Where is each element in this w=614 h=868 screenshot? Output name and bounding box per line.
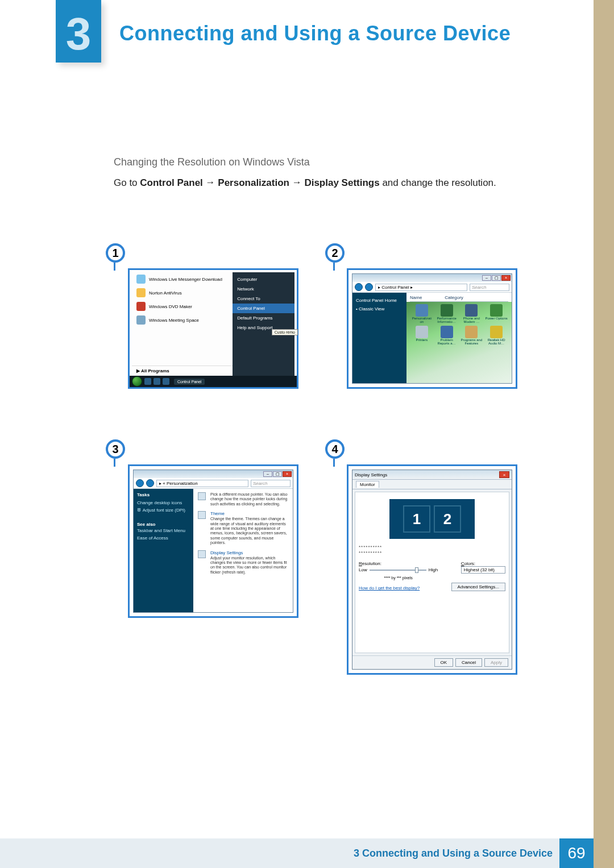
window-titlebar: – ▢ × [352,274,512,282]
resolution-slider[interactable]: Low High [359,567,438,572]
monitor-1[interactable]: 1 [403,505,430,533]
program-icon [136,302,146,311]
nav-forward-icon[interactable] [146,479,154,487]
arrow-icon: → [206,177,215,188]
program-item[interactable]: Windows Live Messenger Download [132,272,233,286]
option-title[interactable]: Display Settings [210,550,288,555]
page-number: 69 [559,838,594,868]
monitor-preview: 1 2 [389,499,475,539]
cp-icon [416,326,428,338]
search-input[interactable]: Search [251,480,291,487]
start-right-item[interactable]: Computer [233,275,294,284]
cancel-button[interactable]: Cancel [455,658,482,667]
maximize-button[interactable]: ▢ [492,275,501,281]
option-title[interactable]: Theme [210,511,288,516]
breadcrumb[interactable]: ▸ Control Panel ▸ [375,284,467,291]
cp-item[interactable]: Printers [410,326,434,345]
start-right-item[interactable]: Connect To [233,294,294,304]
arrow-icon: → [292,177,302,188]
step-number-2: 2 [325,243,345,263]
figure-personalization: – ▢ × ▸ « Personalization Search Tasks C… [128,464,298,618]
resolution-label: Resolution: [359,561,438,566]
nav-forward-icon[interactable] [365,283,373,291]
cp-icon [465,326,478,338]
start-right-item[interactable]: Default Programs [233,313,294,323]
figure-display-settings: Display Settings × Monitor 1 2 *********… [347,464,517,675]
nav-back-icon[interactable] [136,479,144,487]
figure-start-menu: Windows Live Messenger Download Norton A… [128,268,298,389]
advanced-settings-button[interactable]: Advanced Settings... [451,583,505,591]
figure-control-panel: – ▢ × ▸ Control Panel ▸ Search Control P… [347,268,517,389]
monitor-2[interactable]: 2 [434,505,461,533]
step-number-1: 1 [106,243,125,263]
cp-item[interactable]: Problem Reports a… [435,326,459,345]
chapter-title: Connecting and Using a Source Device [119,22,511,45]
maximize-button[interactable]: ▢ [273,471,282,477]
nav-back-icon[interactable] [355,283,363,291]
window-titlebar: – ▢ × [134,470,293,478]
resolution-value: **** by *** pixels [359,576,438,580]
program-icon [136,315,146,325]
taskbar-icon[interactable] [163,378,169,385]
cp-item[interactable]: Personalizati on [410,304,434,323]
taskbar-button[interactable]: Control Panel [174,379,205,385]
program-item[interactable]: Norton AntiVirus [132,286,233,300]
cp-icon [441,326,453,338]
slider-thumb-icon[interactable] [415,567,418,573]
colors-select[interactable]: Highest (32 bit) [461,566,505,574]
sidebar-link[interactable]: Ease of Access [137,534,190,542]
cp-item[interactable]: Power Options [484,304,508,323]
cp-icon [441,304,453,317]
minimize-button[interactable]: – [263,471,272,477]
chapter-number: 3 [66,11,92,57]
cp-icon [490,304,503,317]
connector [114,459,115,467]
start-right-item-control-panel[interactable]: Control Panel [233,304,294,313]
dialog-titlebar: Display Settings × [352,470,512,480]
cp-icon [465,304,478,317]
apply-button[interactable]: Apply [484,658,508,667]
ok-button[interactable]: OK [434,658,454,667]
sidebar-link[interactable]: Change desktop icons [137,499,190,506]
monitor-name-placeholder: ******************** [359,545,505,555]
tab-monitor[interactable]: Monitor [356,481,379,488]
footer-text: 3 Connecting and Using a Source Device [354,848,553,859]
cp-item[interactable]: Performance Informatio… [435,304,459,323]
taskbar: Control Panel [130,376,297,387]
cp-item[interactable]: Programs and Features [460,326,484,345]
taskbar-icon[interactable] [144,378,151,385]
close-button[interactable]: × [283,471,292,477]
minimize-button[interactable]: – [482,275,491,281]
side-strip [594,0,614,868]
option-icon [198,550,206,558]
breadcrumb[interactable]: ▸ « Personalization [156,480,248,487]
personalization-sidebar: Tasks Change desktop icons ⛨ Adjust font… [134,489,193,612]
control-panel-grid: NameCategory Personalizati on Performanc… [406,293,512,383]
search-input[interactable]: Search [470,284,509,291]
sidebar-link[interactable]: • Classic View [356,305,403,313]
instruction-line: Go to Control Panel → Personalization → … [114,177,496,189]
cp-item[interactable]: Realtek HD Audio M… [484,326,508,345]
cp-icon [490,326,503,338]
page: 3 Connecting and Using a Source Device C… [0,0,614,868]
personalization-main: Pick a different mouse pointer. You can … [193,489,293,612]
option-icon [198,511,206,519]
footer: 3 Connecting and Using a Source Device 6… [0,838,594,868]
close-button[interactable]: × [499,471,509,478]
connector [114,263,115,271]
cp-item[interactable]: Phone and Modem … [460,304,484,323]
chapter-badge: 3 [56,0,101,63]
all-programs[interactable]: ▶ All Programs [132,366,233,376]
program-item[interactable]: Windows DVD Maker [132,300,233,313]
sidebar-link[interactable]: Taskbar and Start Menu [137,527,190,534]
connector [333,459,335,467]
dialog-buttons: OK Cancel Apply [352,655,512,669]
close-button[interactable]: × [501,275,511,281]
start-orb-icon[interactable] [132,376,142,387]
taskbar-icon[interactable] [154,378,160,385]
sidebar-link[interactable]: ⛨ Adjust font size (DPI) [137,506,190,514]
program-item[interactable]: Windows Meeting Space [132,313,233,327]
connector [333,263,335,271]
start-right-item[interactable]: Network [233,284,294,294]
sidebar-link[interactable]: Control Panel Home [356,296,403,305]
